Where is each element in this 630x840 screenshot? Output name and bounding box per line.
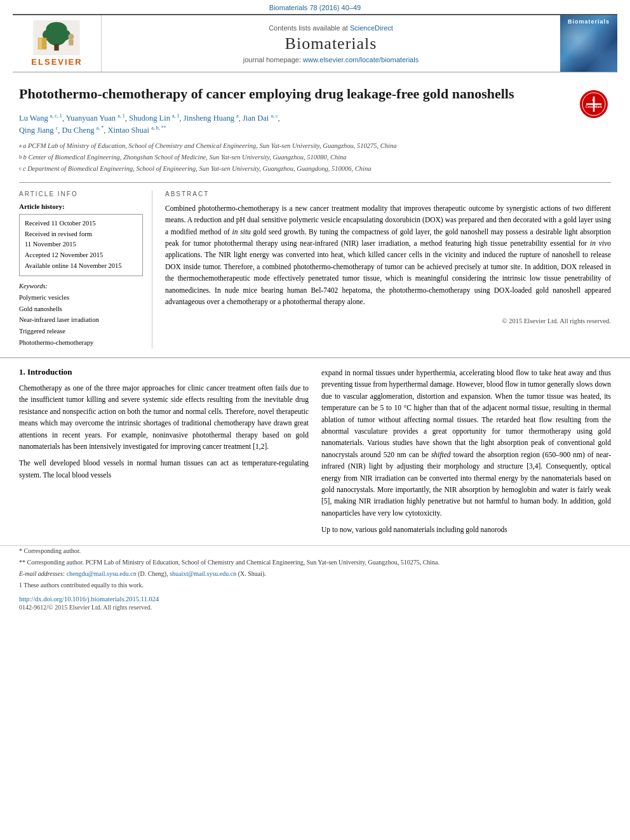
journal-title: Biomaterials [285,34,377,53]
footnote-3: E-mail addresses: chengdu@mail.sysu.edu.… [19,569,611,579]
homepage-link[interactable]: www.elsevier.com/locate/biomaterials [303,56,419,63]
elsevier-logo-area: ELSEVIER [13,15,102,72]
abstract-label: ABSTRACT [165,190,611,197]
body-content: 1. Introduction Chemotherapy as one of t… [0,367,630,540]
keyword-4: Triggered release [19,326,143,337]
email-link-cheng[interactable]: chengdu@mail.sysu.edu.cn [67,570,137,577]
history-label: Article history: [19,203,143,210]
intro-para-2: The well developed blood vessels in norm… [19,457,309,481]
keyword-3: Near-infrared laser irradiation [19,314,143,326]
crossmark-badge[interactable]: C CrossMark [576,88,611,120]
svg-rect-7 [69,39,74,45]
keywords-label: Keywords: [19,283,143,290]
affiliation-a: a PCFM Lab of Ministry of Education, Sch… [23,141,396,152]
intro-section-title: 1. Introduction [19,367,309,377]
abstract-column: ABSTRACT Combined photothermo-chemothera… [165,190,611,349]
date-revised-label: Received in revised form [25,229,137,240]
keywords-list: Polymeric vesicles Gold nanoshells Near-… [19,292,143,349]
article-info-column: ARTICLE INFO Article history: Received 1… [19,190,152,349]
article-info-label: ARTICLE INFO [19,190,143,197]
copyright-notice: © 2015 Elsevier Ltd. All rights reserved… [165,314,611,324]
keyword-1: Polymeric vesicles [19,292,143,303]
footnotes-area: * Corresponding author. ** Corresponding… [0,545,630,590]
date-revised: 11 November 2015 [25,239,137,250]
contents-available: Contents lists available at ScienceDirec… [269,24,393,32]
elsevier-wordmark: ELSEVIER [31,57,82,67]
footnote-1: * Corresponding author. [19,546,611,556]
svg-point-6 [69,34,74,39]
article-dates: Received 11 October 2015 Received in rev… [19,214,143,276]
journal-homepage: journal homepage: www.elsevier.com/locat… [243,56,419,63]
intro-para-1: Chemotherapy as one of the three major a… [19,382,309,452]
affiliations-block: a a PCFM Lab of Ministry of Education, S… [19,141,611,174]
date-online: Available online 14 November 2015 [25,261,137,272]
svg-rect-5 [55,44,59,51]
article-content: Photothermo-chemotherapy of cancer emplo… [0,72,630,349]
date-accepted: Accepted 12 November 2015 [25,250,137,261]
crossmark-icon: C CrossMark [579,89,609,119]
body-col-left: 1. Introduction Chemotherapy as one of t… [19,367,309,540]
affiliation-b: b Center of Biomedical Engineering, Zhon… [23,152,347,163]
body-col-right: expand in normal tissues under hyperther… [321,367,611,540]
license-line: 0142-9612/© 2015 Elsevier Ltd. All right… [0,604,630,616]
svg-point-4 [48,32,66,45]
footnote-4: 1 These authors contributed equally to t… [19,580,611,590]
affiliation-c: c Department of Biomedical Engineering, … [23,164,371,175]
doi-link[interactable]: http://dx.doi.org/10.1016/j.biomaterials… [19,596,159,603]
body-right-para-1: expand in normal tissues under hyperther… [321,367,611,519]
keyword-5: Photothermo-chemotherapy [19,337,143,349]
sciencedirect-link[interactable]: ScienceDirect [350,24,393,32]
doi-line: http://dx.doi.org/10.1016/j.biomaterials… [0,592,630,604]
email-link-shuai[interactable]: shuaixt@mail.sysu.edu.cn [170,570,236,577]
article-info-abstract: ARTICLE INFO Article history: Received 1… [19,182,611,349]
footnote-2: ** Corresponding author. PCFM Lab of Min… [19,557,611,568]
thumb-label: Biomaterials [568,18,610,25]
journal-reference: Biomaterials 78 (2016) 40–49 [0,0,630,14]
journal-thumbnail: Biomaterials [560,15,617,72]
date-received: Received 11 October 2015 [25,218,137,229]
journal-header-center: Contents lists available at ScienceDirec… [102,15,560,72]
svg-rect-9 [39,38,43,49]
body-right-para-2: Up to now, various gold nanomaterials in… [321,524,611,535]
abstract-text: Combined photothermo-chemotherapy is a n… [165,203,611,308]
journal-header: ELSEVIER Contents lists available at Sci… [13,14,617,72]
keyword-2: Gold nanoshells [19,303,143,315]
authors-line: Lu Wang a, c, 1, Yuanyuan Yuan a, 1, Shu… [19,112,611,137]
section-divider [0,357,630,358]
elsevier-tree-icon [31,20,82,55]
article-title: Photothermo-chemotherapy of cancer emplo… [19,85,611,103]
